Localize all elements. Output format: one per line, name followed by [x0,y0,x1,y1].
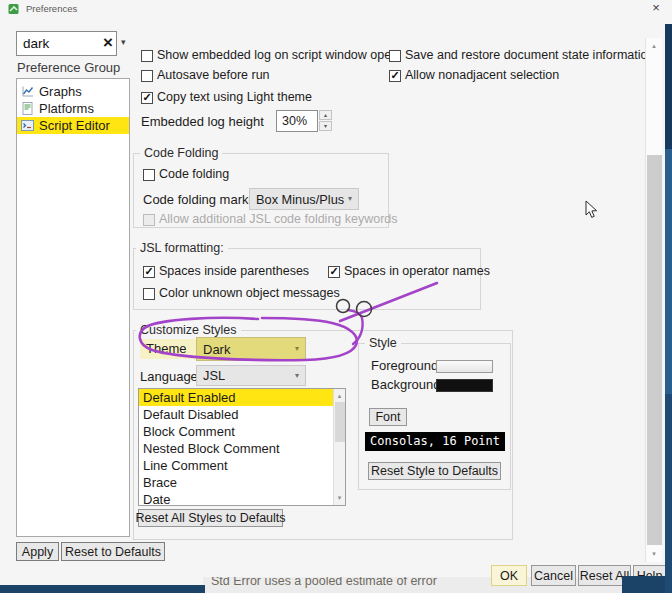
search-input[interactable]: dark [23,36,49,51]
checkbox-autosave[interactable] [141,70,153,82]
style-item-label: Nested Block Comment [143,441,280,456]
sidebar-item-label: Graphs [39,84,82,99]
checkbox-color-unknown[interactable] [143,288,155,300]
checkbox-copy-light-theme[interactable]: ✓ [141,92,153,104]
style-item[interactable]: Date [139,491,345,506]
background-window-edge [665,24,672,593]
search-box[interactable]: dark × [16,31,117,56]
foreground-label: Foreground [371,358,438,373]
checkmark: ✓ [390,70,399,81]
checkmark: ✓ [329,266,338,277]
style-item[interactable]: Line Comment [139,457,345,474]
scroll-up-icon[interactable]: ▴ [646,39,662,53]
dropdown-value: JSL [203,368,225,383]
button-label: Reset All Styles to Defaults [135,511,285,525]
background-swatch[interactable] [436,379,493,392]
style-title: Style [365,336,401,350]
chevron-down-icon: ▾ [295,345,299,353]
scrollbar-thumb[interactable] [647,155,662,545]
embedded-log-height-value: 30% [282,114,307,128]
checkbox-label: Code folding [159,167,229,181]
scroll-down-icon[interactable]: ▾ [646,547,662,561]
chevron-down-icon: ▾ [295,372,299,380]
sidebar-item-platforms[interactable]: Platforms [17,100,129,117]
code-folding-group: Code Folding Code folding Code folding m… [133,153,389,228]
embedded-log-height-stepper[interactable]: ▴ ▾ [319,110,332,132]
app-icon [8,3,20,15]
reset-to-defaults-button[interactable]: Reset to Defaults [61,542,165,561]
preference-group-list: Graphs Platforms Script Editor [16,78,130,537]
graph-icon [21,85,34,98]
checkbox-label-disabled: Allow additional JSL code folding keywor… [159,212,398,226]
dropdown-value: Box Minus/Plus [256,192,344,207]
checkbox-spaces-parentheses[interactable]: ✓ [143,266,155,278]
checkbox-code-folding[interactable] [143,169,155,181]
checkbox-spaces-operators[interactable]: ✓ [328,266,340,278]
style-group: Style Foreground Background Font Consola… [358,343,511,490]
background-label: Background [371,377,440,392]
checkbox-nonadjacent-selection[interactable]: ✓ [389,70,401,82]
checkbox-show-embedded-log[interactable] [141,50,153,62]
checkbox-label: Show embedded log on script window open [157,48,398,62]
jsl-formatting-title: JSL formatting: [136,241,228,255]
close-icon[interactable]: × [646,0,666,16]
search-history-caret-icon[interactable]: ▾ [121,37,126,47]
scrollbar-thumb[interactable] [335,402,345,442]
font-preview: Consolas, 16 Point [365,432,505,451]
style-item-label: Default Disabled [143,407,238,422]
sidebar-item-label: Script Editor [39,118,110,133]
scroll-up-icon[interactable]: ▴ [334,389,345,403]
style-item[interactable]: Block Comment [139,423,345,440]
button-label: Apply [22,545,53,559]
apply-button[interactable]: Apply [16,542,59,561]
embedded-log-height-input[interactable]: 30% [276,110,318,132]
theme-dropdown[interactable]: Dark ▾ [196,337,306,361]
checkbox-label: Spaces in operator names [344,264,490,278]
font-button[interactable]: Font [369,408,407,426]
checkmark: ✓ [144,266,153,277]
styles-list-scrollbar[interactable]: ▴ ▾ [333,389,345,505]
jsl-formatting-group: JSL formatting: ✓ Spaces inside parenthe… [133,248,481,310]
style-item-label: Brace [143,475,177,490]
checkbox-label: Spaces inside parentheses [159,264,309,278]
style-item[interactable]: Nested Block Comment [139,440,345,457]
sidebar-item-graphs[interactable]: Graphs [17,83,129,100]
language-dropdown[interactable]: JSL ▾ [196,365,306,386]
background-clipped-text: Std Error uses a pooled estimate of erro… [211,577,437,588]
button-label: Cancel [534,569,573,583]
search-clear-icon[interactable]: × [103,33,113,53]
button-label: Reset to Defaults [65,545,161,559]
checkbox-label: Color unknown object messages [159,286,340,300]
style-item[interactable]: Default Enabled [139,389,345,406]
checkbox-save-restore-state[interactable] [389,50,401,62]
spin-down-icon[interactable]: ▾ [319,121,332,131]
chevron-down-icon: ▾ [348,195,352,203]
code-folding-marker-dropdown[interactable]: Box Minus/Plus ▾ [249,188,359,210]
ok-button[interactable]: OK [491,565,527,586]
preferences-dialog: Preferences × dark × ▾ Preference Group … [0,0,672,593]
document-icon [21,102,34,115]
reset-all-styles-button[interactable]: Reset All Styles to Defaults [138,509,283,527]
checkbox-jsl-keywords [143,214,155,226]
spin-up-icon[interactable]: ▴ [319,110,332,120]
style-item[interactable]: Brace [139,474,345,491]
foreground-swatch[interactable] [436,360,493,373]
checkbox-label: Copy text using Light theme [157,90,312,104]
dialog-scrollbar[interactable]: ▴ ▾ [645,38,662,562]
sidebar-item-script-editor[interactable]: Script Editor [17,117,129,134]
code-folding-marker-label: Code folding marker [143,192,260,207]
style-item[interactable]: Default Disabled [139,406,345,423]
sidebar-item-label: Platforms [39,101,94,116]
preference-group-label: Preference Group [17,60,120,75]
font-preview-text: Consolas, 16 Point [370,434,500,448]
title-bar: Preferences × [0,0,672,18]
reset-style-button[interactable]: Reset Style to Defaults [368,462,501,480]
taskbar-fragment-left [0,585,205,593]
window-title: Preferences [26,3,77,14]
mouse-cursor [585,200,598,219]
scroll-down-icon[interactable]: ▾ [334,491,345,505]
checkbox-label: Allow nonadjacent selection [405,68,559,82]
cancel-button[interactable]: Cancel [531,565,576,586]
button-label: Font [375,410,400,424]
checkbox-label: Save and restore document state informat… [405,48,654,62]
